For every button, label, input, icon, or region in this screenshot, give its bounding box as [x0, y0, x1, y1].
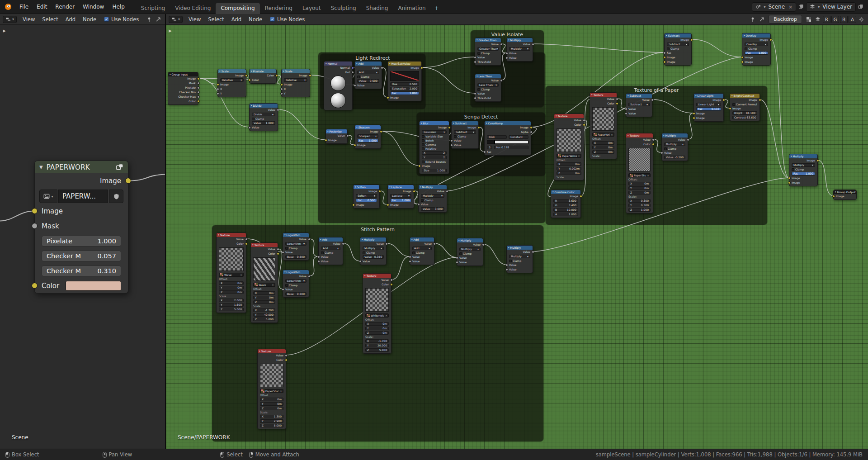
enum-dropdown[interactable]: Subtract▾ [665, 42, 691, 47]
enum-dropdown[interactable]: Overlay▾ [742, 42, 770, 47]
socket-row-output[interactable]: Value [626, 98, 652, 102]
socket-row-output[interactable]: Value [410, 242, 434, 246]
socket-row-output[interactable]: Color [250, 73, 276, 78]
value-slider[interactable]: Y0m [626, 186, 653, 190]
value-slider[interactable]: X2 [420, 151, 449, 155]
collapse-icon[interactable]: ▾ [556, 115, 557, 117]
node-soften1[interactable]: ▾SoftenImageSoften▾Fac0.500Image [353, 185, 380, 209]
checkbox[interactable] [422, 147, 425, 150]
ramp-marker[interactable] [494, 140, 495, 144]
node-scale2[interactable]: ▾ScaleImageRelative▾ImageXY [281, 69, 310, 97]
socket-row-output[interactable]: Color [258, 358, 286, 362]
socket-row-input[interactable]: Image [730, 106, 760, 111]
checkbox[interactable] [412, 251, 415, 254]
collapse-icon[interactable]: ▾ [362, 238, 363, 241]
value-slider[interactable]: G3.400 [551, 203, 580, 208]
value-slider[interactable]: Fac1.000 [742, 51, 770, 55]
checkbox[interactable] [285, 284, 288, 287]
number-field[interactable]: Fac0.500 [356, 199, 377, 202]
output-socket[interactable] [769, 38, 772, 41]
enum-dropdown[interactable]: Multiply▾ [419, 194, 447, 198]
texture-selector[interactable]: Wave× [251, 282, 278, 287]
texture-datablock[interactable]: PaperWrinkle× [592, 133, 614, 137]
checkbox[interactable] [454, 135, 457, 138]
node-add_b7[interactable]: ▾AddValueAdd▾ClampValueValue [410, 237, 434, 265]
value-slider[interactable]: Value-0.200 [662, 155, 688, 160]
output-socket[interactable] [385, 242, 388, 245]
number-field[interactable]: X-1.700 [253, 308, 275, 312]
node-sharpen1[interactable]: ▾SharpenImageSharpen▾Fac1.000Image [354, 125, 381, 149]
checkbox-row[interactable]: Clamp [355, 75, 382, 79]
view-layer-selector[interactable]: ▾ View Layer [806, 2, 856, 12]
value-slider[interactable]: Z0m [258, 406, 286, 411]
number-field[interactable]: Z0m [557, 171, 581, 175]
output-socket[interactable] [197, 86, 200, 89]
dropdown-field[interactable]: Multiply▾ [363, 247, 384, 250]
node-header[interactable]: ▾Linear Light [694, 94, 723, 98]
socket-row-input[interactable]: Value [360, 259, 386, 264]
node-mul_b8[interactable]: ▾MultiplyValueMultiply▾ClampValueValue [457, 238, 483, 266]
value-slider[interactable]: Value0.350 [360, 255, 386, 259]
socket-row-input[interactable]: Value [452, 138, 478, 143]
checkbox[interactable] [422, 143, 425, 146]
value-slider[interactable]: Y0m [251, 295, 278, 300]
node-header[interactable]: ▾Scale [282, 69, 310, 73]
socket-row-output[interactable]: Value [258, 353, 286, 358]
node-tex_b1[interactable]: ▾TextureValueColorWave×Offset:X0mY0mZ0mS… [216, 232, 246, 313]
node-header[interactable]: ▾Subtract [665, 33, 691, 38]
checkbox-row[interactable]: Clamp [283, 246, 309, 250]
use-nodes-checkbox[interactable]: ✓Use Nodes [104, 16, 139, 23]
socket-row-input[interactable]: Y [218, 91, 246, 96]
checkbox-row[interactable]: Clamp [742, 47, 770, 51]
output-socket[interactable] [690, 38, 693, 41]
input-socket[interactable] [474, 92, 476, 95]
output-socket[interactable] [275, 74, 278, 77]
node-mul_b9[interactable]: ▾MultiplyValueMultiply▾ClampValueValue [506, 245, 533, 273]
number-field[interactable]: Contrast-83.600 [732, 116, 757, 119]
ramp-position-field[interactable]: Pos 0.178 [494, 146, 528, 149]
node-header[interactable]: ▾Multiply [507, 246, 533, 250]
value-slider[interactable]: Z5.000 [258, 423, 286, 428]
socket-row-input[interactable]: Value [626, 107, 652, 111]
node-canvas-left[interactable]: Scene ▶▼PAPERWORKImage▾PAPERW...ImageMas… [0, 25, 165, 449]
collapse-icon[interactable]: ▾ [627, 95, 629, 97]
number-field[interactable]: Z5.000 [365, 348, 389, 352]
collapse-icon[interactable]: ▾ [327, 130, 329, 133]
node-header[interactable]: ▾Add [355, 62, 382, 66]
value-slider[interactable]: Hue0.500 [388, 82, 421, 86]
header-menu-node[interactable]: Node [245, 15, 265, 24]
node-header[interactable]: ▾Texture [554, 114, 584, 118]
value-slider[interactable]: Z5.000 [251, 317, 278, 322]
node-header[interactable]: ▾Multiply [507, 38, 533, 42]
socket-row-output[interactable]: Image [388, 189, 414, 194]
dropdown-field[interactable]: Gaussian▾ [422, 130, 447, 134]
dropdown-field[interactable]: Multiply▾ [792, 163, 815, 167]
input-socket[interactable] [409, 256, 411, 258]
collapse-icon[interactable]: ▾ [326, 62, 327, 65]
dropdown-field[interactable]: Multiply▾ [459, 247, 481, 251]
texture-selector[interactable]: Whitenoise× [363, 313, 391, 318]
collapse-icon[interactable]: ▾ [252, 244, 254, 246]
collapse-icon[interactable]: ▾ [744, 34, 745, 37]
collapse-icon[interactable]: ▾ [389, 186, 391, 188]
number-field[interactable]: Y0.300 [628, 204, 651, 207]
input-socket[interactable] [450, 139, 453, 142]
socket-row-output[interactable]: Image [420, 125, 449, 130]
texture-selector[interactable]: PaperStucci× [258, 389, 286, 394]
collapse-icon[interactable]: ▾ [389, 62, 391, 65]
checkbox-row[interactable]: Gamma [420, 142, 449, 147]
number-field[interactable]: X1.300 [260, 415, 283, 418]
output-socket[interactable] [277, 109, 279, 111]
output-socket[interactable] [346, 134, 349, 137]
value-slider[interactable]: X1.300 [258, 414, 286, 419]
number-field[interactable]: X0m [628, 182, 651, 185]
socket-row-input[interactable]: Image [218, 82, 246, 87]
value-slider[interactable]: Checker M0.057 [42, 251, 121, 261]
input-socket[interactable] [450, 144, 453, 147]
number-field[interactable]: X0.300 [628, 199, 651, 203]
number-field[interactable]: X0m [260, 398, 283, 401]
menu-render[interactable]: Render [51, 0, 79, 14]
output-socket[interactable] [197, 100, 200, 103]
checkbox[interactable] [422, 161, 425, 163]
number-field[interactable]: X2 [422, 151, 447, 155]
